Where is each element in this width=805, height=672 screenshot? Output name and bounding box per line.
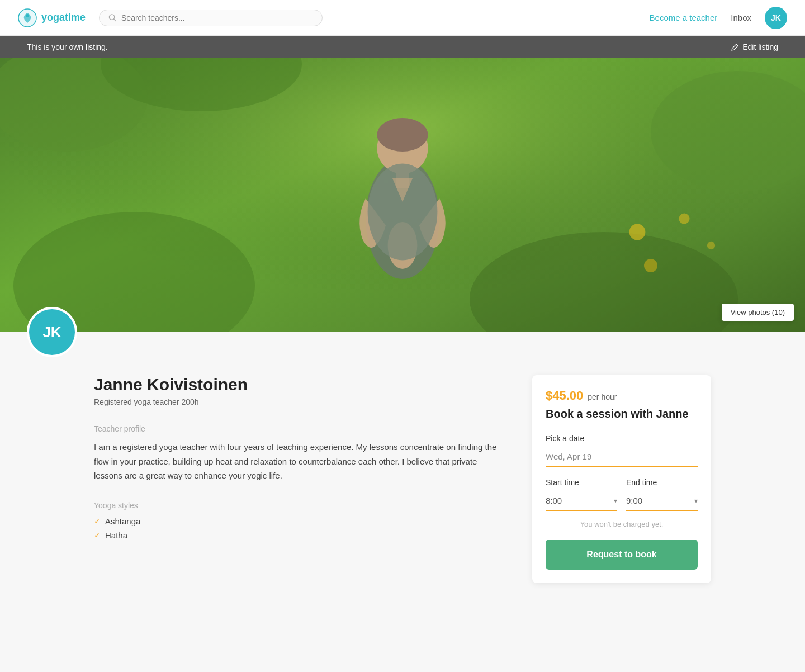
inbox-link[interactable]: Inbox: [731, 13, 751, 22]
teacher-subtitle: Registered yoga teacher 200h: [94, 397, 505, 406]
time-row: Start time 7:00 8:00 9:00 10:00 11:00 ▾ …: [546, 478, 698, 511]
svg-point-1: [26, 14, 29, 17]
logo-link[interactable]: yogatime: [18, 8, 86, 27]
date-label: Pick a date: [546, 434, 698, 443]
main-content: Janne Koivistoinen Registered yoga teach…: [67, 357, 738, 619]
svg-point-11: [679, 213, 689, 224]
svg-point-16: [377, 118, 428, 152]
edit-listing-button[interactable]: Edit listing: [731, 42, 778, 51]
price-row: $45.00 per hour: [546, 389, 698, 403]
price-value: $45.00: [546, 389, 583, 403]
style-name-ashtanga: Ashtanga: [105, 517, 140, 526]
listing-banner: This is your own listing. Edit listing: [0, 36, 805, 58]
start-time-label: Start time: [546, 478, 617, 487]
end-time-label: End time: [626, 478, 698, 487]
svg-point-10: [629, 224, 646, 240]
start-time-select[interactable]: 7:00 8:00 9:00 10:00 11:00: [546, 496, 614, 505]
end-time-select[interactable]: 8:00 9:00 10:00 11:00 12:00: [626, 496, 694, 505]
no-charge-text: You won't be charged yet.: [546, 520, 698, 528]
hero-bg: [0, 58, 805, 332]
end-time-group: End time 8:00 9:00 10:00 11:00 12:00 ▾: [626, 478, 698, 511]
become-teacher-link[interactable]: Become a teacher: [650, 13, 718, 22]
start-time-group: Start time 7:00 8:00 9:00 10:00 11:00 ▾: [546, 478, 617, 511]
logo-text: yogatime: [41, 12, 86, 23]
end-time-chevron: ▾: [694, 497, 698, 505]
start-time-wrapper: 7:00 8:00 9:00 10:00 11:00 ▾: [546, 491, 617, 511]
search-icon: [108, 13, 117, 22]
search-box[interactable]: [99, 10, 323, 26]
teacher-bio: I am a registered yoga teacher with four…: [94, 440, 505, 483]
date-form-group: Pick a date: [546, 434, 698, 467]
hero-container: View photos (10): [0, 58, 805, 332]
request-to-book-button[interactable]: Request to book: [546, 540, 698, 570]
profile-section-label: Teacher profile: [94, 424, 505, 433]
svg-point-13: [707, 242, 715, 249]
edit-listing-label: Edit listing: [742, 42, 778, 51]
styles-section-label: Yooga styles: [94, 501, 505, 510]
svg-point-19: [368, 164, 438, 261]
start-time-chevron: ▾: [614, 497, 617, 505]
left-column: Janne Koivistoinen Registered yoga teach…: [94, 375, 505, 583]
date-input[interactable]: [546, 447, 698, 467]
booking-title: Book a session with Janne: [546, 408, 698, 420]
pencil-icon: [731, 43, 739, 51]
hero-illustration: [0, 58, 805, 332]
profile-avatar-section: JK: [0, 307, 805, 357]
check-icon-ashtanga: ✓: [94, 517, 101, 526]
check-icon-hatha: ✓: [94, 531, 101, 540]
svg-point-12: [644, 259, 657, 272]
navbar: yogatime Become a teacher Inbox JK: [0, 0, 805, 36]
user-avatar-nav[interactable]: JK: [765, 7, 787, 29]
navbar-right: Become a teacher Inbox JK: [650, 7, 787, 29]
per-hour-label: per hour: [588, 392, 617, 401]
teacher-name: Janne Koivistoinen: [94, 375, 505, 394]
style-name-hatha: Hatha: [105, 531, 127, 540]
logo-icon: [18, 8, 37, 27]
profile-avatar: JK: [27, 307, 77, 357]
listing-banner-message: This is your own listing.: [27, 42, 108, 51]
style-item-ashtanga: ✓ Ashtanga: [94, 517, 505, 526]
booking-card: $45.00 per hour Book a session with Jann…: [532, 375, 711, 583]
search-input[interactable]: [121, 13, 313, 22]
booking-card-container: $45.00 per hour Book a session with Jann…: [532, 375, 711, 583]
yoga-styles-list: ✓ Ashtanga ✓ Hatha: [94, 517, 505, 540]
end-time-wrapper: 8:00 9:00 10:00 11:00 12:00 ▾: [626, 491, 698, 511]
style-item-hatha: ✓ Hatha: [94, 531, 505, 540]
